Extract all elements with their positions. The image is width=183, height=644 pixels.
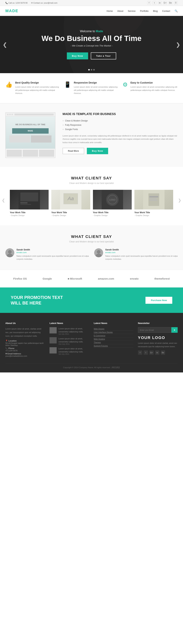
cta-section: YOUR PROMOTION TEXT WILL BE HERE Purchas… bbox=[0, 288, 183, 313]
testimonial-content-2: Sarah Smith envato.com Natus volutpatum … bbox=[105, 248, 178, 261]
footer-bottom: Copyright © 2014 Company Name. All right… bbox=[5, 363, 178, 369]
svg-text:LOGO: LOGO bbox=[109, 198, 115, 201]
feature-customize: ⚙ Easy to Customize Lorem ipsum dolor si… bbox=[123, 81, 178, 95]
buy-now-button[interactable]: Buy Now bbox=[87, 148, 108, 154]
testimonials-title: WHAT CLIENT SAY bbox=[5, 234, 178, 239]
newsletter-email-input[interactable] bbox=[138, 327, 171, 333]
footer-news-body-1: Lorem ipsum dolor sit amet, consectetur … bbox=[58, 327, 89, 335]
footer-copyright: Copyright © 2014 Company Name. All right… bbox=[63, 366, 110, 368]
portfolio-prev-arrow[interactable]: ❮ bbox=[2, 198, 5, 203]
social-dribbble[interactable]: © bbox=[174, 1, 178, 5]
features-section: 👍 Best Quality Design Lorem ipsum dolor … bbox=[0, 73, 183, 103]
nav-blog[interactable]: Blog bbox=[153, 10, 158, 12]
nav-about[interactable]: About bbox=[117, 10, 123, 12]
portfolio-item-1: Your Work Title - Graphic Design bbox=[10, 190, 49, 216]
portfolio-work-sub-2: - Graphic Design bbox=[51, 214, 90, 216]
footer-link-web-hosting[interactable]: Web Hosting bbox=[94, 338, 134, 341]
portfolio-work-title-3: Your Work Title bbox=[93, 211, 132, 214]
feature-responsive: 📱 Responsive Design Lorem ipsum dolor si… bbox=[64, 81, 119, 95]
svg-rect-16 bbox=[149, 196, 158, 198]
business-section: WE DO BUSINESS ALL OF TIME MADE MADE IS … bbox=[0, 104, 183, 167]
portfolio-work-title-2: Your Work Title bbox=[51, 211, 90, 214]
mock-btn-3 bbox=[11, 114, 13, 115]
business-list-item-3: Google Fonts bbox=[63, 127, 178, 132]
footer-link-ecommerce[interactable]: E-Commerce bbox=[94, 334, 134, 338]
svg-rect-6 bbox=[20, 204, 31, 205]
portfolio-item-2: Aa Your Work Title - Graphic Design bbox=[51, 190, 90, 216]
hero-dot-2[interactable] bbox=[91, 69, 92, 70]
hero-buy-button[interactable]: Buy Now bbox=[67, 52, 88, 60]
footer-news-item-2: Lorem ipsum dolor sit amet, consectetur … bbox=[49, 337, 89, 345]
read-more-button[interactable]: Read More bbox=[63, 148, 84, 154]
footer-social-links: f t G+ in Be bbox=[138, 350, 178, 355]
partner-amazon: amazon.com bbox=[98, 277, 114, 280]
mock-thumb-1 bbox=[6, 150, 22, 157]
footer-social-google[interactable]: G+ bbox=[149, 350, 154, 355]
testimonial-content-1: Sarah Smith envato.com Natus volutpatum … bbox=[16, 248, 89, 261]
footer-link-support[interactable]: Support Forums bbox=[94, 344, 134, 348]
svg-rect-5 bbox=[20, 202, 27, 204]
hero-tour-button[interactable]: Take a Tour bbox=[91, 52, 116, 60]
portfolio-title: WHAT CLIENT SAY bbox=[5, 176, 178, 180]
footer-newsletter-form: ➤ bbox=[138, 327, 178, 333]
footer-news-thumb-1 bbox=[49, 327, 57, 334]
footer-social-twitter[interactable]: t bbox=[144, 350, 148, 355]
footer-news-date-1: 1st July 2011 bbox=[58, 333, 89, 335]
footer-social-behance[interactable]: Be bbox=[161, 350, 165, 355]
testimonial-avatar-1 bbox=[5, 248, 14, 257]
testimonials-section: WHAT CLIENT SAY Clean and Modern design … bbox=[0, 226, 183, 270]
footer-social-linkedin[interactable]: in bbox=[155, 350, 160, 355]
mobile-icon: 📱 bbox=[64, 81, 71, 88]
nav-contact[interactable]: Contact bbox=[162, 10, 170, 12]
footer-phone-text: +0 1234 5678 bbox=[5, 350, 17, 352]
topbar-social[interactable]: f t in G+ Be © bbox=[147, 1, 178, 5]
social-linkedin[interactable]: in bbox=[158, 1, 162, 5]
testimonial-company-2: envato.com bbox=[105, 251, 178, 254]
social-behance[interactable]: Be bbox=[169, 1, 172, 5]
search-icon[interactable]: 🔍 bbox=[175, 10, 178, 12]
portfolio-thumb-3: LOGO bbox=[93, 190, 132, 210]
portfolio-work-sub-4: - Graphic Design bbox=[134, 214, 173, 216]
footer-news-item-1: Lorem ipsum dolor sit amet, consectetur … bbox=[49, 327, 89, 335]
footer-about-text: Lorem ipsum dolor sit amet, claritas ame… bbox=[5, 327, 45, 338]
portfolio-next-arrow[interactable]: ❯ bbox=[178, 198, 181, 203]
navbar: MADE Home About Service Portfolio Blog C… bbox=[0, 6, 183, 16]
hero-next-arrow[interactable]: ❯ bbox=[176, 42, 180, 48]
nav-links: Home About Service Portfolio Blog Contac… bbox=[107, 10, 178, 12]
partners-section: Firefox OS Google ■ Microsoft amazon.com… bbox=[0, 270, 183, 288]
mock-btn-2 bbox=[9, 114, 11, 115]
footer-link-web-design[interactable]: Web Design bbox=[94, 327, 134, 330]
portfolio-thumb-2: Aa bbox=[51, 190, 90, 210]
footer-link-themes[interactable]: Themes bbox=[94, 341, 134, 344]
feature-quality-content: Best Quality Design Lorem ipsum dolor si… bbox=[15, 81, 60, 95]
footer-news-thumb-2 bbox=[49, 337, 57, 344]
portfolio-work-sub-1: - Graphic Design bbox=[10, 214, 49, 216]
purchase-now-button[interactable]: Purchase Now bbox=[146, 297, 172, 304]
feature-quality-title: Best Quality Design bbox=[15, 81, 60, 84]
footer-about: About Us Lorem ipsum dolor sit amet, cla… bbox=[5, 322, 45, 358]
hero-dot-1[interactable] bbox=[88, 69, 90, 70]
hero-dot-3[interactable] bbox=[93, 69, 95, 70]
hero-title: We Do Business All Of Time bbox=[41, 34, 141, 42]
social-google[interactable]: G+ bbox=[163, 1, 167, 5]
testimonial-name-2: Sarah Smith bbox=[105, 248, 178, 251]
testimonial-grid: Sarah Smith envato.com Natus volutpatum … bbox=[5, 248, 178, 261]
social-twitter[interactable]: t bbox=[153, 1, 156, 5]
nav-service[interactable]: Service bbox=[128, 10, 136, 12]
newsletter-submit-button[interactable]: ➤ bbox=[171, 327, 178, 333]
hero-prev-arrow[interactable]: ❮ bbox=[3, 42, 7, 48]
footer-social-facebook[interactable]: f bbox=[138, 350, 142, 355]
site-logo: MADE bbox=[5, 8, 18, 13]
footer-news-body-3: Lorem ipsum dolor sit amet, consectetur … bbox=[58, 347, 89, 355]
social-facebook[interactable]: f bbox=[147, 1, 151, 5]
nav-home[interactable]: Home bbox=[107, 10, 113, 12]
hero-dots bbox=[88, 69, 95, 70]
business-actions: Read More Buy Now bbox=[63, 148, 178, 154]
footer-link-ui-design[interactable]: User Interface Design bbox=[94, 330, 134, 334]
footer-news1: Latest News Lorem ipsum dolor sit amet, … bbox=[49, 322, 89, 358]
mock-thumb-2 bbox=[23, 150, 38, 157]
nav-portfolio[interactable]: Portfolio bbox=[140, 10, 149, 12]
footer-news-thumb-3 bbox=[49, 347, 57, 354]
hero-buttons: Buy Now Take a Tour bbox=[41, 52, 141, 60]
footer-news-body-2: Lorem ipsum dolor sit amet, consectetur … bbox=[58, 337, 89, 345]
